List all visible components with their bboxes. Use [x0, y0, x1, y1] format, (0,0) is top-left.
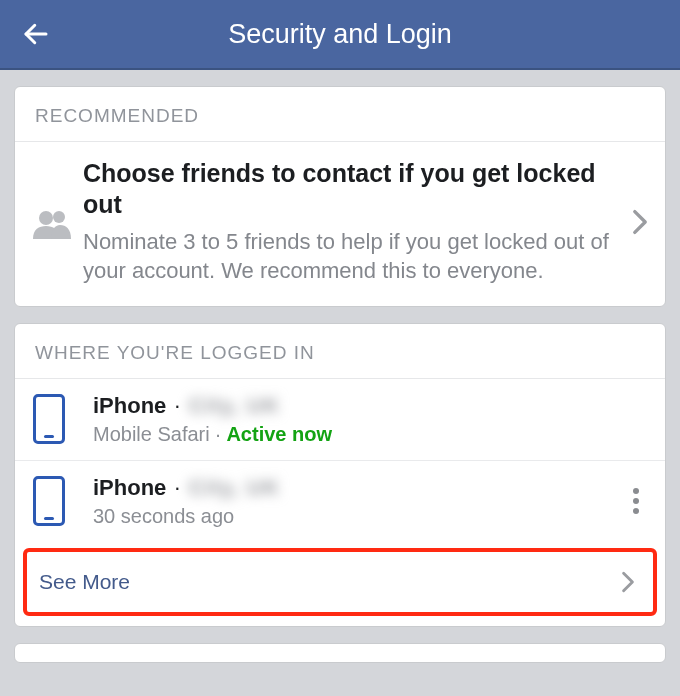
next-card-peek — [14, 643, 666, 663]
session-status: Active now — [226, 423, 332, 445]
svg-point-2 — [53, 211, 65, 223]
trusted-contacts-text: Choose friends to contact if you get loc… — [83, 158, 625, 286]
session-location: City, UK — [188, 393, 280, 419]
logged-in-section-label: WHERE YOU'RE LOGGED IN — [15, 324, 665, 379]
trusted-contacts-subtitle: Nominate 3 to 5 friends to help if you g… — [83, 227, 619, 286]
more-vertical-icon — [633, 488, 639, 494]
back-arrow-icon — [21, 19, 51, 49]
recommended-section-label: RECOMMENDED — [15, 87, 665, 142]
session-text: iPhone · City, UK Mobile Safari · Active… — [93, 393, 651, 446]
session-device: iPhone — [93, 393, 166, 419]
device-phone-icon — [33, 394, 93, 444]
friends-icon — [33, 205, 83, 239]
page-title: Security and Login — [0, 19, 680, 50]
device-phone-icon — [33, 476, 93, 526]
session-row[interactable]: iPhone · City, UK Mobile Safari · Active… — [15, 379, 665, 461]
see-more-highlight: See More — [23, 548, 657, 616]
session-status: 30 seconds ago — [93, 505, 234, 527]
session-client: Mobile Safari — [93, 423, 210, 445]
chevron-right-icon — [625, 209, 655, 235]
svg-point-1 — [39, 211, 53, 225]
see-more-button[interactable]: See More — [27, 552, 653, 612]
session-device: iPhone — [93, 475, 166, 501]
session-row[interactable]: iPhone · City, UK 30 seconds ago — [15, 461, 665, 542]
logged-in-card: WHERE YOU'RE LOGGED IN iPhone · City, UK… — [14, 323, 666, 627]
session-more-button[interactable] — [621, 488, 651, 514]
recommended-card: RECOMMENDED Choose friends to contact if… — [14, 86, 666, 307]
back-button[interactable] — [16, 14, 56, 54]
see-more-label: See More — [39, 570, 613, 594]
trusted-contacts-title: Choose friends to contact if you get loc… — [83, 158, 619, 221]
app-header: Security and Login — [0, 0, 680, 70]
chevron-right-icon — [613, 571, 643, 593]
trusted-contacts-row[interactable]: Choose friends to contact if you get loc… — [15, 142, 665, 306]
session-text: iPhone · City, UK 30 seconds ago — [93, 475, 621, 528]
session-location: City, UK — [188, 475, 280, 501]
